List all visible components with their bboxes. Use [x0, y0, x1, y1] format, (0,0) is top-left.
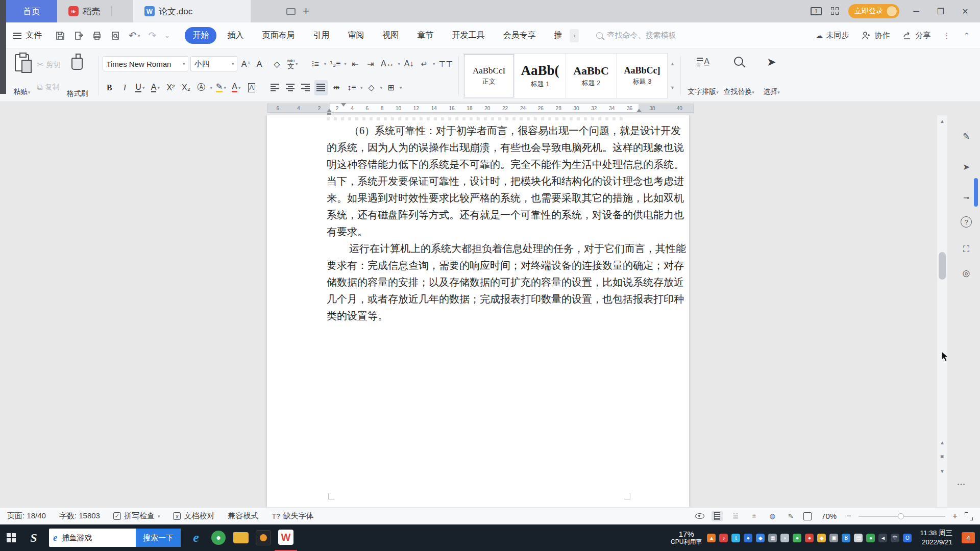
previous-page-icon[interactable]: ▲ [937, 440, 947, 445]
connector-tool-icon[interactable]: ⊸ [959, 190, 974, 205]
green-browser-button[interactable]: ● [207, 524, 230, 551]
sogou-browser-button[interactable]: S [22, 524, 45, 551]
green-app-icon[interactable]: ● [866, 534, 875, 542]
italic-button[interactable]: I [118, 80, 131, 95]
menu-tab-5[interactable]: 视图 [375, 27, 406, 44]
tab-stops-button[interactable]: ⊤⊤ [437, 56, 455, 71]
security-shield-icon[interactable]: ◆ [756, 534, 765, 542]
login-button[interactable]: 立即登录 [848, 4, 899, 18]
taskbar-search-button[interactable]: 搜索一下 [136, 529, 181, 547]
qq-icon[interactable]: ● [744, 534, 752, 542]
fullscreen-icon[interactable] [965, 512, 973, 520]
sort-button[interactable]: A↓ [402, 56, 415, 71]
edit-pen-icon[interactable]: ✎ [959, 129, 974, 144]
more-options-icon[interactable]: ⋮ [943, 31, 951, 40]
help-icon[interactable]: ? [961, 216, 972, 228]
menu-tab-0[interactable]: 开始 [185, 27, 216, 44]
document-text[interactable]: （6）系统可靠性：对于初学者而言，很容易出现一个问题，就是设计开发的系统，因为人… [327, 122, 633, 324]
proofread-button[interactable]: x文档校对 [173, 511, 214, 521]
style-card-标题 1[interactable]: AaBb(标题 1 [514, 54, 566, 98]
wrap-mark-button[interactable]: ↵ [418, 56, 431, 71]
zoom-in-button[interactable]: + [952, 511, 958, 521]
justify-button[interactable] [314, 80, 328, 95]
line-spacing-button[interactable]: ↕≡ [345, 80, 358, 95]
select-browse-object-icon[interactable]: ▣ [937, 454, 947, 459]
first-line-indent-marker[interactable] [341, 103, 346, 107]
export-icon[interactable] [74, 31, 84, 41]
hardware-monitor-icon[interactable]: ▲ [707, 534, 716, 542]
file-explorer-button[interactable] [230, 524, 252, 551]
page-view-icon[interactable] [712, 511, 723, 521]
app-grid-icon[interactable] [831, 7, 839, 15]
menu-tab-6[interactable]: 章节 [409, 27, 441, 44]
bold-button[interactable]: B [103, 80, 116, 95]
save-icon[interactable] [55, 31, 65, 41]
ie-browser-button[interactable]: e [185, 524, 207, 551]
collaborate-button[interactable]: 协作 [861, 31, 890, 41]
distribute-button[interactable]: ⇹ [330, 80, 343, 95]
redo-button[interactable]: ↷ [148, 30, 156, 41]
missing-font-button[interactable]: T?缺失字体 [272, 511, 313, 521]
scrollbar-thumb[interactable] [939, 252, 946, 280]
network-icon[interactable]: ▦ [768, 534, 777, 542]
vertical-scrollbar[interactable]: ▲ [937, 115, 947, 507]
split-screen-icon[interactable] [286, 8, 296, 15]
share-button[interactable]: 分享 [902, 31, 930, 41]
highlight-button[interactable]: ✎▾ [214, 80, 228, 95]
styles-scroll-down-icon[interactable]: ▼ [670, 85, 675, 90]
notification-badge[interactable]: 4 [962, 532, 975, 543]
align-right-button[interactable] [299, 80, 312, 95]
eye-protect-icon[interactable] [695, 513, 704, 519]
fit-page-icon[interactable] [803, 512, 812, 520]
zoom-slider[interactable] [859, 516, 945, 517]
command-search[interactable]: 查找命令、搜索模板 [596, 31, 676, 40]
document-page[interactable]: （6）系统可靠性：对于初学者而言，很容易出现一个问题，就是设计开发的系统，因为人… [267, 115, 689, 507]
subscript-button[interactable]: X₂ [179, 80, 192, 95]
workspace-layout-icon[interactable]: 1 [811, 7, 822, 15]
font-name-select[interactable]: Times New Roman▾ [103, 56, 188, 71]
style-card-标题 2[interactable]: AaBbC标题 2 [566, 54, 617, 98]
cut-button[interactable]: ✂剪切 [37, 60, 60, 69]
grow-font-button[interactable]: A⁺ [239, 56, 253, 71]
tab-home[interactable]: 首页 [6, 0, 57, 22]
increase-indent-button[interactable]: ⇥ [364, 56, 377, 71]
menu-tab-1[interactable]: 插入 [219, 27, 251, 44]
page-indicator[interactable]: 页面: 18/40 [7, 511, 46, 521]
styles-scroll-up-icon[interactable]: ▲ [670, 61, 675, 66]
shading-button[interactable]: ◇ [364, 80, 378, 95]
outline-view-icon[interactable]: ☱ [730, 511, 741, 521]
find-replace-button[interactable]: 查找替换▾ [721, 52, 756, 99]
char-scale-button[interactable]: A↔ [379, 56, 396, 71]
left-indent-marker[interactable] [327, 113, 331, 115]
ime-icon[interactable]: 中 [891, 534, 899, 542]
spellcheck-button[interactable]: ✓拼写检查▾ [113, 511, 160, 521]
numbered-list-button[interactable]: ¹₃≡ [328, 56, 342, 71]
zoom-slider-thumb[interactable] [898, 513, 904, 519]
select-button[interactable]: ➤ 选择▾ [756, 52, 786, 99]
print-preview-icon[interactable] [110, 31, 120, 41]
tag-tool-icon[interactable]: ◎ [959, 265, 974, 281]
download-app-icon[interactable]: ● [805, 534, 814, 542]
borders-button[interactable]: ⊞ [384, 80, 398, 95]
shrink-font-button[interactable]: A⁻ [255, 56, 268, 71]
font-size-select[interactable]: 小四▾ [190, 56, 237, 71]
scroll-up-icon[interactable]: ▲ [937, 118, 947, 124]
cpu-widget[interactable]: 17% CPU利用率 [671, 530, 702, 545]
web-view-icon[interactable]: ◍ [767, 511, 778, 521]
sync-status-button[interactable]: ☁未同步 [815, 31, 849, 40]
copy-button[interactable]: ⧉复制 [37, 83, 60, 92]
char-border-button[interactable]: A [245, 80, 258, 95]
tim-icon[interactable]: t [731, 534, 740, 542]
decrease-indent-button[interactable]: ⇤ [349, 56, 362, 71]
collapse-ribbon-icon[interactable]: ⌃ [963, 31, 970, 40]
clear-format-button[interactable]: ◇ [270, 56, 283, 71]
notification-bell-icon[interactable]: ◗ [780, 534, 789, 542]
taskbar-search-box[interactable]: e 捕鱼游戏 搜索一下 [49, 529, 181, 547]
file-menu[interactable]: 文件 [13, 30, 42, 41]
menu-tab-9[interactable]: 推 [546, 27, 570, 44]
hanging-indent-marker[interactable] [327, 109, 332, 112]
style-card-正文[interactable]: AaBbCcI正文 [463, 54, 514, 98]
close-button[interactable]: ✕ [958, 7, 973, 16]
restore-button[interactable]: ❐ [933, 7, 948, 16]
wps-taskbar-button[interactable]: W [275, 524, 297, 551]
